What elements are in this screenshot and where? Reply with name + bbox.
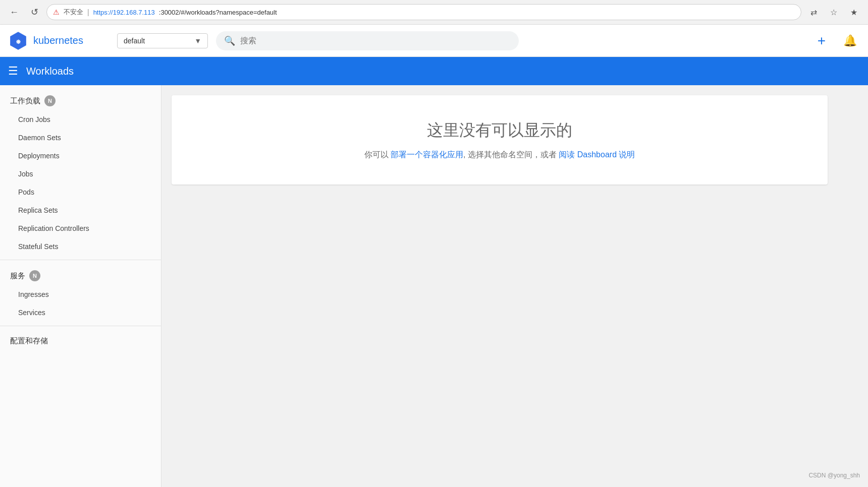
translate-button[interactable]: ⇄ [805, 4, 822, 20]
sidebar-divider-1 [0, 260, 161, 260]
kubernetes-logo: ⎈ [8, 31, 28, 51]
sidebar-item-deployments[interactable]: Deployments [0, 147, 161, 165]
chevron-down-icon: ▼ [194, 37, 201, 45]
content-area: 这里没有可以显示的 你可以 部署一个容器化应用, 选择其他命名空间，或者 阅读 … [161, 85, 868, 487]
sidebar-item-daemon-sets[interactable]: Daemon Sets [0, 129, 161, 147]
sidebar-item-pods[interactable]: Pods [0, 183, 161, 201]
page-title: Workloads [26, 66, 74, 77]
sidebar-divider-2 [0, 326, 161, 326]
app-header: ⎈ kubernetes default ▼ 🔍 + 🔔 [0, 25, 868, 57]
main-layout: 工作负载 N Cron Jobs Daemon Sets Deployments… [0, 85, 868, 487]
header-right: + 🔔 [811, 31, 860, 51]
deploy-link[interactable]: 部署一个容器化应用 [391, 150, 463, 159]
search-bar[interactable]: 🔍 [216, 31, 519, 50]
namespace-value: default [124, 37, 145, 45]
browser-chrome: ← ↺ ⚠ 不安全 | https://192.168.7.113 :30002… [0, 0, 868, 25]
empty-state-subtitle: 你可以 部署一个容器化应用, 选择其他命名空间，或者 阅读 Dashboard … [188, 150, 811, 160]
workloads-badge: N [44, 95, 56, 106]
bookmark-button[interactable]: ☆ [826, 4, 842, 20]
insecure-label: 不安全 [64, 8, 83, 17]
sidebar-item-replication-controllers[interactable]: Replication Controllers [0, 219, 161, 237]
namespace-selector[interactable]: default ▼ [117, 33, 208, 48]
page-header-bar: ☰ Workloads [0, 57, 868, 85]
search-input[interactable] [240, 36, 511, 45]
app-title: kubernetes [33, 35, 83, 46]
sidebar-item-replica-sets[interactable]: Replica Sets [0, 201, 161, 219]
sidebar: 工作负载 N Cron Jobs Daemon Sets Deployments… [0, 85, 161, 487]
sidebar-item-services[interactable]: Services [0, 303, 161, 322]
hamburger-icon[interactable]: ☰ [8, 65, 18, 78]
empty-state-card: 这里没有可以显示的 你可以 部署一个容器化应用, 选择其他命名空间，或者 阅读 … [172, 95, 828, 185]
empty-state-title: 这里没有可以显示的 [188, 119, 811, 142]
sidebar-item-jobs[interactable]: Jobs [0, 165, 161, 183]
browser-actions: ⇄ ☆ ★ [805, 4, 862, 20]
config-storage-section-label: 配置和存储 [10, 336, 48, 346]
sidebar-item-ingresses[interactable]: Ingresses [0, 285, 161, 303]
dashboard-docs-link[interactable]: 阅读 Dashboard 说明 [559, 150, 635, 159]
svg-text:⎈: ⎈ [16, 37, 21, 45]
warning-icon: ⚠ [53, 8, 60, 16]
browser-toolbar: ← ↺ ⚠ 不安全 | https://192.168.7.113 :30002… [0, 0, 868, 24]
services-section-label: 服务 [10, 271, 25, 281]
extensions-button[interactable]: ★ [846, 4, 862, 20]
notification-button[interactable]: 🔔 [840, 31, 860, 51]
url-https: https://192.168.7.113 [93, 9, 155, 16]
search-icon: 🔍 [224, 35, 235, 46]
sidebar-section-config-storage[interactable]: 配置和存储 [0, 330, 161, 350]
back-button[interactable]: ← [6, 4, 22, 20]
sidebar-section-workloads[interactable]: 工作负载 N [0, 89, 161, 110]
workloads-section-label: 工作负载 [10, 96, 40, 106]
sidebar-item-stateful-sets[interactable]: Stateful Sets [0, 237, 161, 256]
logo-area: ⎈ kubernetes [8, 31, 109, 51]
refresh-button[interactable]: ↺ [26, 4, 42, 20]
sidebar-item-cron-jobs[interactable]: Cron Jobs [0, 110, 161, 129]
address-bar[interactable]: ⚠ 不安全 | https://192.168.7.113 :30002/#/w… [46, 4, 801, 20]
add-button[interactable]: + [811, 31, 832, 51]
url-rest: :30002/#/workloads?namespace=default [159, 9, 277, 16]
sidebar-section-services[interactable]: 服务 N [0, 264, 161, 285]
empty-middle-text: , 选择其他命名空间，或者 [463, 150, 559, 159]
empty-prefix-text: 你可以 [364, 150, 391, 159]
csdn-watermark: CSDN @yong_shh [808, 472, 860, 479]
services-badge: N [29, 270, 40, 281]
separator: | [87, 8, 89, 16]
